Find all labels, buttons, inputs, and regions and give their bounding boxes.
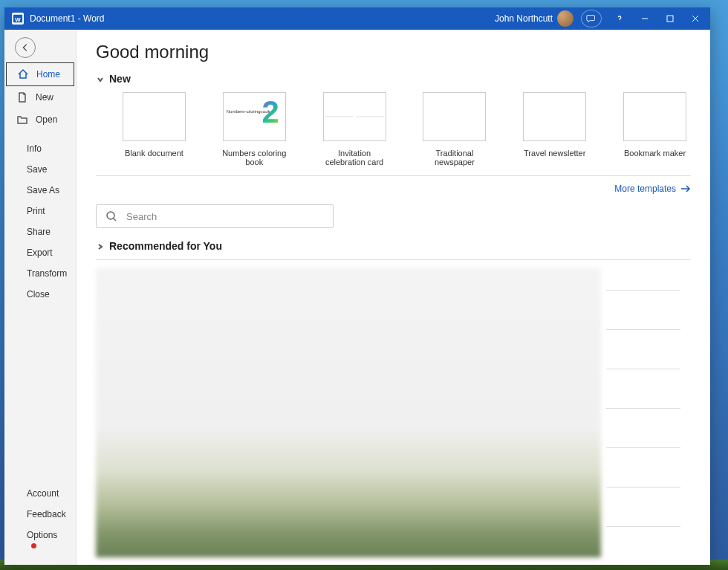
section-title: New — [109, 73, 131, 85]
template-thumbnail — [523, 92, 586, 141]
sidebar-item-save[interactable]: Save — [4, 159, 76, 180]
recommended-content-placeholder — [96, 268, 601, 557]
sidebar-item-label: Home — [36, 69, 60, 80]
sidebar-item-export[interactable]: Export — [4, 242, 76, 263]
sidebar-item-account[interactable]: Account — [4, 483, 76, 504]
template-blank-document[interactable]: Blank document — [118, 92, 190, 166]
template-thumbnail — [323, 92, 386, 141]
template-numbers-coloring-book[interactable]: Numbers coloring book — [218, 92, 290, 166]
titlebar: W Document1 - Word John Northcutt — [4, 7, 710, 30]
template-thumbnail — [123, 92, 186, 141]
document-icon — [16, 91, 28, 103]
notification-dot-icon — [31, 543, 36, 548]
word-backstage-window: W Document1 - Word John Northcutt — [4, 7, 710, 565]
folder-icon — [16, 114, 28, 126]
search-box[interactable] — [96, 204, 334, 228]
help-button[interactable] — [608, 7, 631, 30]
sidebar-item-open[interactable]: Open — [4, 109, 76, 131]
maximize-button[interactable] — [658, 7, 682, 30]
template-thumbnail — [223, 92, 286, 141]
more-templates-link[interactable]: More templates — [96, 184, 691, 194]
sidebar-item-label: New — [36, 92, 53, 103]
backstage-main: Good morning New Blank document Numbers … — [77, 30, 710, 565]
backstage-sidebar: Home New Open Info Save Save As Print Sh… — [4, 30, 77, 565]
feedback-icon[interactable] — [581, 10, 602, 27]
recommended-section-header[interactable]: Recommended for You — [96, 240, 691, 252]
template-label: Travel newsletter — [524, 149, 585, 158]
sidebar-item-saveas[interactable]: Save As — [4, 180, 76, 201]
greeting-heading: Good morning — [96, 42, 691, 62]
close-button[interactable] — [683, 7, 707, 30]
sidebar-item-new[interactable]: New — [4, 86, 76, 109]
back-button[interactable] — [15, 37, 36, 58]
chevron-down-icon — [96, 74, 105, 83]
sidebar-item-feedback[interactable]: Feedback — [4, 504, 76, 525]
svg-rect-3 — [667, 16, 673, 22]
template-travel-newsletter[interactable]: Travel newsletter — [519, 92, 591, 166]
template-label: Bookmark maker — [624, 149, 686, 158]
search-icon — [105, 210, 117, 222]
sidebar-item-home[interactable]: Home — [6, 62, 74, 86]
svg-line-7 — [114, 218, 116, 221]
home-icon — [17, 68, 29, 80]
divider — [96, 259, 691, 260]
svg-text:W: W — [15, 16, 21, 23]
arrow-right-icon — [680, 185, 691, 192]
svg-point-6 — [107, 212, 114, 219]
word-app-icon: W — [12, 13, 24, 25]
template-bookmark-maker[interactable]: Bookmark maker — [619, 92, 691, 166]
sidebar-item-transform[interactable]: Transform — [4, 263, 76, 284]
sidebar-item-options[interactable]: Options — [4, 525, 76, 556]
template-label: Blank document — [125, 149, 183, 158]
template-label: Numbers coloring book — [218, 149, 290, 166]
sidebar-item-share[interactable]: Share — [4, 221, 76, 242]
template-label: Invitation celebration card — [319, 149, 391, 166]
sidebar-item-info[interactable]: Info — [4, 138, 76, 159]
divider — [96, 175, 691, 176]
template-thumbnail — [623, 92, 686, 141]
window-title: Document1 - Word — [30, 13, 104, 24]
sidebar-item-close[interactable]: Close — [4, 284, 76, 305]
template-traditional-newspaper[interactable]: Traditional newspaper — [418, 92, 490, 166]
section-title: Recommended for You — [109, 240, 222, 252]
user-name[interactable]: John Northcutt — [495, 13, 553, 24]
user-avatar[interactable] — [557, 10, 573, 27]
template-label: Traditional newspaper — [418, 149, 490, 166]
sidebar-item-print[interactable]: Print — [4, 201, 76, 221]
template-thumbnail — [423, 92, 486, 141]
template-invitation-card[interactable]: Invitation celebration card — [319, 92, 391, 166]
chevron-right-icon — [96, 242, 105, 250]
new-section-header[interactable]: New — [96, 73, 691, 85]
minimize-button[interactable] — [633, 7, 657, 30]
sidebar-item-label: Open — [36, 114, 57, 125]
search-input[interactable] — [126, 211, 324, 222]
templates-row: Blank document Numbers coloring book Inv… — [96, 92, 691, 166]
list-dividers — [606, 290, 680, 527]
